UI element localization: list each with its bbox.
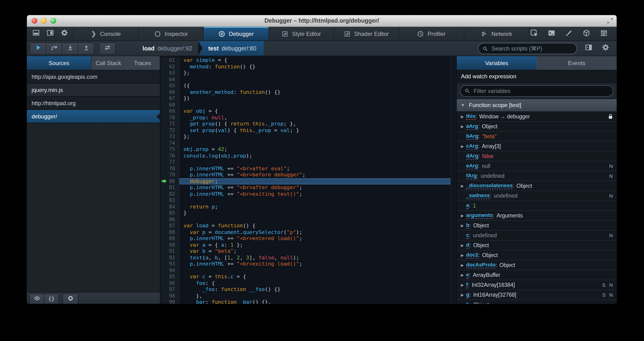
line-number[interactable]: 65	[160, 82, 179, 89]
line-number[interactable]: 79	[160, 172, 179, 178]
code-line-64[interactable]: 64	[160, 76, 456, 82]
function-scope-header[interactable]: ▼ Function scope [test]	[457, 99, 617, 112]
breadcrumb-frame-test[interactable]: testdebugger/:80	[198, 41, 264, 56]
variable-row-b[interactable]: ▶b:Object	[457, 221, 617, 231]
chevron-right-icon[interactable]: ▶	[458, 263, 466, 267]
source-item-debugger-[interactable]: debugger/	[27, 110, 160, 123]
code-line-63[interactable]: 63};	[160, 70, 456, 76]
chevron-right-icon[interactable]: ▶	[458, 214, 466, 218]
chevron-right-icon[interactable]: ▶	[458, 114, 466, 118]
tab-debugger[interactable]: Debugger	[204, 27, 269, 40]
sources-tab-sources[interactable]: Sources	[27, 56, 92, 70]
line-number[interactable]: 91	[160, 248, 179, 254]
line-number[interactable]: 85	[160, 210, 179, 216]
source-item-http-htmlpad-org[interactable]: http://htmlpad.org	[27, 97, 160, 110]
variable-row-this[interactable]: ▶this:Window → debugger	[457, 112, 617, 122]
line-number[interactable]: 72	[160, 127, 179, 134]
code-line-85[interactable]: 85}	[160, 210, 456, 216]
tab-style-editor[interactable]: Style Editor	[269, 27, 334, 40]
variable-row-doc2[interactable]: ▶doc2:Object	[457, 250, 617, 260]
line-number[interactable]: 63	[160, 70, 179, 76]
code-line-62[interactable]: 62 method: function() {}	[160, 64, 456, 70]
chevron-right-icon[interactable]: ▶	[458, 273, 466, 277]
titlebar[interactable]: Debugger – http://htmlpad.org/debugger/	[27, 15, 617, 27]
code-line-67[interactable]: 67})	[160, 95, 456, 102]
code-line-98[interactable]: 98 },	[160, 293, 456, 299]
code-line-86[interactable]: 86	[160, 216, 456, 222]
resume-button[interactable]	[30, 43, 46, 54]
chevron-right-icon[interactable]: ▶	[458, 124, 466, 128]
line-number[interactable]: 98	[160, 293, 179, 299]
code-line-87[interactable]: 87var load = function() {	[160, 222, 456, 229]
trace-button[interactable]	[100, 43, 115, 54]
code-line-91[interactable]: 91 var b = "beta";	[160, 248, 456, 254]
code-line-68[interactable]: 68	[160, 102, 456, 108]
line-number[interactable]: 97	[160, 286, 179, 293]
variable-row-docasproto[interactable]: ▶docAsProto:Object	[457, 260, 617, 270]
line-number[interactable]: 73	[160, 134, 179, 140]
code-line-96[interactable]: 96 foo: {	[160, 280, 456, 286]
code-line-61[interactable]: 61var simple = {	[160, 57, 456, 64]
variable-row-c[interactable]: c:undefinedN	[457, 231, 617, 240]
line-number[interactable]: 90	[160, 242, 179, 248]
variable-row-carg[interactable]: ▶cArg:Array[3]	[457, 142, 617, 152]
variable-row-earg[interactable]: eArg:nullN	[457, 161, 617, 171]
code-line-72[interactable]: 72 set prop(val) { this._prop = val; }	[160, 127, 456, 134]
line-number[interactable]: 78	[160, 165, 179, 172]
line-number[interactable]: 61	[160, 57, 179, 64]
tilt-3d-button[interactable]	[582, 29, 591, 38]
line-number[interactable]: 87	[160, 222, 179, 229]
code-line-83[interactable]: 83	[160, 197, 456, 204]
code-line-97[interactable]: 97 _foo: function __foo() {}	[160, 286, 456, 293]
code-line-73[interactable]: 73};	[160, 134, 456, 140]
gear-button[interactable]	[600, 44, 610, 53]
filter-variables-input[interactable]	[473, 87, 569, 94]
step-out-button[interactable]	[78, 43, 94, 54]
tab-inspector[interactable]: Inspector	[139, 27, 204, 40]
tab-shader-editor[interactable]: Shader Editor	[334, 27, 399, 40]
variable-row-a[interactable]: a:1	[457, 201, 617, 211]
scratchpad-button[interactable]	[599, 29, 608, 38]
line-number[interactable]: 76	[160, 152, 179, 159]
line-number[interactable]: 88	[160, 229, 179, 235]
tab-profiler[interactable]: Profiler	[399, 27, 464, 40]
fullscreen-resize-icon[interactable]	[607, 18, 613, 24]
code-line-79[interactable]: 79 p.innerHTML += "<br>before debugger";	[160, 172, 456, 178]
chevron-right-icon[interactable]: ▶	[458, 243, 466, 248]
code-line-99[interactable]: 99 bar: function _bar() {},	[160, 299, 456, 304]
line-number[interactable]: 86	[160, 216, 179, 222]
tab-console[interactable]: ❯Console	[74, 27, 139, 40]
line-number[interactable]: 66	[160, 89, 179, 95]
code-line-65[interactable]: 65({	[160, 82, 456, 89]
line-number[interactable]: 99	[160, 299, 179, 304]
line-number[interactable]: 69	[160, 108, 179, 114]
code-line-93[interactable]: 93 p.innerHTML += "<br>exiting load()";	[160, 261, 456, 267]
code-line-66[interactable]: 66 another_method: function() {}	[160, 89, 456, 95]
pick-element-button[interactable]	[529, 29, 539, 38]
variable-row-d[interactable]: ▶d:Object	[457, 240, 617, 250]
code-line-80[interactable]: 80 debugger;	[160, 178, 456, 184]
line-number[interactable]: 75	[160, 146, 179, 152]
line-number[interactable]: 68	[160, 102, 179, 108]
line-number[interactable]: 92	[160, 254, 179, 261]
code-line-95[interactable]: 95 var c = this.c = {	[160, 274, 456, 280]
line-number[interactable]: 64	[160, 76, 179, 82]
close-button[interactable]	[32, 18, 37, 24]
variable-row-barg[interactable]: bArg:"beta"	[457, 132, 617, 142]
code-line-82[interactable]: 82 p.innerHTML += "<br>exiting test()";	[160, 191, 456, 197]
gear-button[interactable]	[60, 29, 69, 38]
line-number[interactable]: 71	[160, 121, 179, 127]
blackbox-source-button[interactable]	[30, 294, 44, 304]
line-number[interactable]: 83	[160, 197, 179, 204]
variable-row-g[interactable]: ▶g:Int16Array[32768]SN	[457, 290, 617, 300]
chevron-right-icon[interactable]: ▶	[458, 223, 466, 228]
toggle-breakpoints-button[interactable]	[62, 293, 78, 304]
source-item-http-ajax-googleapis-com[interactable]: http://ajax.googleapis.com	[27, 70, 160, 84]
variables-tab-variables[interactable]: Variables	[457, 56, 537, 70]
variable-row-f[interactable]: ▶f:Int32Array[16384]SN	[457, 280, 617, 290]
code-line-90[interactable]: 90 var a = { a: 1 };	[160, 242, 456, 248]
line-number[interactable]: 67	[160, 95, 179, 102]
code-line-71[interactable]: 71 get prop() { return this._prop; },	[160, 121, 456, 127]
variable-row-arguments[interactable]: ▶arguments:Arguments	[457, 211, 617, 221]
line-number[interactable]: 95	[160, 274, 179, 280]
